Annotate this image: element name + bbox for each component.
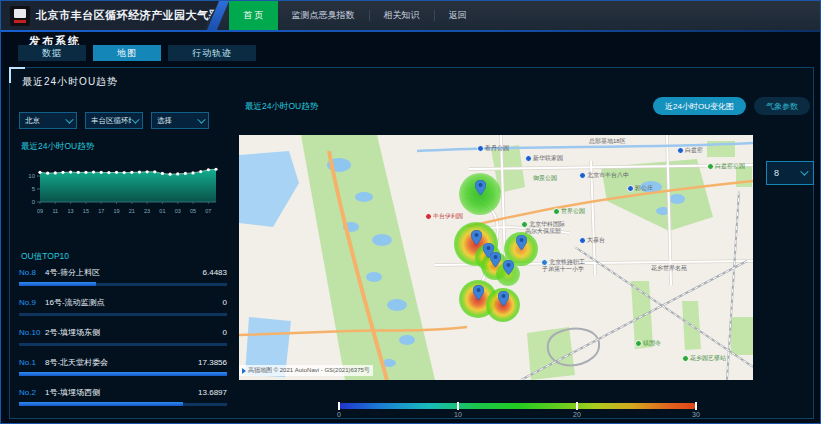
chevron-down-icon [800, 167, 808, 175]
value-bar-fill [19, 282, 96, 286]
map-button-0[interactable]: 近24小时OU变化图 [653, 97, 746, 115]
panel-title: 最近24小时OU趋势 [22, 75, 118, 89]
colorbar-tick [695, 402, 697, 410]
ou-value: 13.6897 [198, 388, 227, 397]
map-attribution-text: 高德地图 © 2021 AutoNavi - GS(2021)6375号 [248, 366, 370, 375]
app-title-area: 北京市丰台区循环经济产业园大气恶臭状况实时 [1, 1, 219, 30]
svg-text:03: 03 [175, 208, 181, 214]
top-list-row-line: No.18号-北天堂村委会17.3856 [19, 353, 227, 368]
svg-text:09: 09 [37, 208, 43, 214]
value-bar-track [19, 343, 227, 346]
ou-top-list: No.84号-筛分上料区6.4483No.916号-流动监测点0No.102号-… [19, 263, 227, 413]
map[interactable]: 高德地图 © 2021 AutoNavi - GS(2021)6375号 看丹公… [239, 135, 753, 380]
station-name: 8号-北天堂村委会 [45, 357, 198, 368]
station-name: 16号-流动监测点 [45, 297, 223, 308]
ou-value: 6.4483 [203, 268, 227, 277]
top-list-row-2[interactable]: No.102号-填埋场东侧0 [19, 323, 227, 353]
nav-item-3[interactable]: 返回 [435, 1, 481, 30]
tab-1[interactable]: 地图 [93, 45, 161, 61]
ou-value: 17.3856 [198, 358, 227, 367]
top-list-row-0[interactable]: No.84号-筛分上料区6.4483 [19, 263, 227, 293]
station-name: 2号-填埋场东侧 [45, 327, 223, 338]
map-buttons: 近24小时OU变化图气象参数 [653, 97, 810, 115]
rank-label: No.9 [19, 298, 45, 307]
value-bar-fill [19, 402, 183, 406]
view-tabs: 数据地图行动轨迹 [18, 45, 256, 61]
ou-value: 0 [223, 298, 227, 307]
svg-text:13: 13 [68, 208, 74, 214]
map-pin-icon-7[interactable] [498, 291, 509, 306]
value-bar-track [19, 313, 227, 316]
top-list-row-line: No.21号-填埋场西侧13.6897 [19, 383, 227, 398]
colorbar-tick [338, 402, 340, 410]
colorbar-tick [576, 402, 578, 410]
svg-text:15: 15 [83, 208, 89, 214]
chevron-down-icon [65, 115, 73, 123]
filter-select-0[interactable]: 北京 [19, 112, 77, 129]
map-pin-icon-3[interactable] [490, 252, 501, 267]
value-bar-track [19, 283, 227, 286]
top-list-title: OU值TOP10 [21, 251, 69, 263]
station-name: 1号-填埋场西侧 [45, 387, 198, 398]
ou-trend-chart-svg: 0510091113151719212301030507 [18, 156, 228, 222]
map-pin-icon-5[interactable] [503, 260, 514, 275]
filter-select-2[interactable]: 选择 [151, 112, 209, 129]
rank-label: No.2 [19, 388, 45, 397]
rank-label: No.10 [19, 328, 45, 337]
ou-value: 0 [223, 328, 227, 337]
select-value: 选择 [157, 116, 197, 126]
chart-title: 最近24小时OU趋势 [21, 141, 94, 153]
map-zoom-value: 8 [774, 168, 800, 178]
colorbar-tick-label: 10 [454, 411, 462, 418]
colorbar-tick-label: 0 [337, 411, 341, 418]
select-value: 丰台区循环经济产 [91, 116, 131, 126]
station-name: 4号-筛分上料区 [45, 267, 203, 278]
map-pin-icon-0[interactable] [475, 180, 486, 195]
svg-text:5: 5 [32, 186, 36, 192]
nav-item-2[interactable]: 相关知识 [370, 1, 434, 30]
svg-text:0: 0 [32, 199, 36, 205]
svg-text:01: 01 [159, 208, 165, 214]
amap-logo-icon [242, 368, 246, 374]
chevron-down-icon [131, 115, 139, 123]
main-panel: 最近24小时OU趋势 北京丰台区循环经济产选择 最近24小时OU趋势 05100… [9, 67, 814, 419]
top-nav: 首 页监测点恶臭指数相关知识返回 [229, 1, 481, 30]
dashboard-page: 首 页监测点恶臭指数相关知识返回 北京市丰台区循环经济产业园大气恶臭状况实时 发… [0, 0, 821, 424]
app-logo [10, 6, 30, 26]
top-list-row-4[interactable]: No.21号-填埋场西侧13.6897 [19, 383, 227, 413]
rank-label: No.8 [19, 268, 45, 277]
svg-text:07: 07 [205, 208, 211, 214]
svg-text:23: 23 [144, 208, 150, 214]
svg-text:11: 11 [52, 208, 58, 214]
map-pin-icon-6[interactable] [473, 285, 484, 300]
value-bar-track [19, 373, 227, 376]
map-panel-title: 最近24小时OU趋势 [245, 101, 318, 113]
colorbar-tick-label: 20 [573, 411, 581, 418]
map-button-1[interactable]: 气象参数 [754, 97, 810, 115]
nav-item-0[interactable]: 首 页 [229, 1, 278, 30]
svg-text:21: 21 [129, 208, 135, 214]
map-attribution: 高德地图 © 2021 AutoNavi - GS(2021)6375号 [239, 365, 373, 376]
top-list-row-line: No.84号-筛分上料区6.4483 [19, 263, 227, 278]
top-list-row-1[interactable]: No.916号-流动监测点0 [19, 293, 227, 323]
filter-select-1[interactable]: 丰台区循环经济产 [85, 112, 143, 129]
svg-text:10: 10 [28, 173, 35, 179]
nav-item-1[interactable]: 监测点恶臭指数 [278, 1, 369, 30]
svg-text:17: 17 [98, 208, 104, 214]
map-zoom-select[interactable]: 8 [766, 161, 814, 185]
map-pin-icon-1[interactable] [471, 230, 482, 245]
svg-text:19: 19 [113, 208, 119, 214]
tab-0[interactable]: 数据 [18, 45, 86, 61]
map-pin-icon-4[interactable] [516, 235, 527, 250]
tab-2[interactable]: 行动轨迹 [168, 45, 256, 61]
select-value: 北京 [25, 116, 65, 126]
rank-label: No.1 [19, 358, 45, 367]
value-bar-fill [19, 372, 227, 376]
top-list-row-3[interactable]: No.18号-北天堂村委会17.3856 [19, 353, 227, 383]
ou-trend-chart: 0510091113151719212301030507 [18, 156, 228, 222]
top-list-row-line: No.916号-流动监测点0 [19, 293, 227, 308]
filter-selects-row: 北京丰台区循环经济产选择 [19, 112, 209, 129]
value-bar-track [19, 403, 227, 406]
top-list-row-line: No.102号-填埋场东侧0 [19, 323, 227, 338]
svg-text:05: 05 [190, 208, 196, 214]
